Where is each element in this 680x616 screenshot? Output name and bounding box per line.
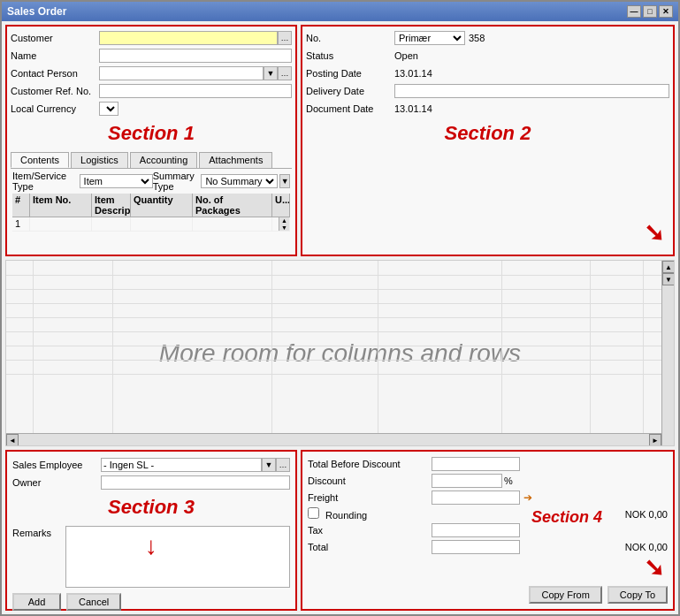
section2-label: Section 2 (306, 122, 669, 145)
posting-row: Posting Date 13.01.14 (306, 65, 669, 81)
tab-logistics[interactable]: Logistics (71, 152, 128, 168)
cell-row1-itemno[interactable] (30, 217, 92, 231)
ref-row: Customer Ref. No. (11, 83, 292, 99)
currency-dropdown[interactable] (99, 102, 118, 116)
cell-row1-qty[interactable] (131, 217, 193, 231)
discount-input[interactable] (432, 474, 502, 488)
grid-header: # Item No. Item Description Quantity No.… (12, 194, 290, 217)
vline-5 (501, 261, 502, 433)
title-bar: Sales Order — □ ✕ (2, 2, 678, 21)
name-label: Name (11, 50, 99, 61)
currency-row: Local Currency (11, 101, 292, 117)
rounding-checkbox[interactable] (308, 507, 319, 519)
contact-dropdown-button[interactable]: ▼ (264, 66, 278, 80)
scroll-bottom-left[interactable]: ◄ (6, 434, 19, 446)
cell-row1-unit[interactable]: ▲ ▼ (272, 217, 290, 231)
scroll-up-btn[interactable]: ▲ (279, 217, 289, 224)
cancel-button[interactable]: Cancel (66, 593, 121, 611)
vline-4 (378, 261, 378, 433)
owner-label: Owner (12, 477, 101, 488)
status-label: Status (306, 50, 394, 61)
hline-6 (6, 346, 661, 346)
delivery-label: Delivery Date (306, 86, 394, 96)
status-value: Open (394, 50, 418, 61)
contact-row: Contact Person ▼ … (11, 65, 292, 81)
no-type-dropdown[interactable]: Primær (394, 31, 465, 45)
total-value: NOK 0,00 (625, 542, 668, 552)
hline-5 (6, 331, 661, 332)
grid-row-1: 1 ▲ ▼ (12, 217, 290, 232)
item-service-label: Item/Service Type (12, 171, 80, 192)
percent-sign: % (504, 475, 513, 486)
cell-row1-desc[interactable] (92, 217, 131, 231)
scrollbar-right[interactable]: ▲ ▼ (661, 261, 674, 445)
section3-label: Section 3 (12, 496, 290, 519)
tax-input[interactable] (432, 523, 520, 537)
tab-contents[interactable]: Contents (11, 152, 69, 168)
rounding-row: Rounding NOK 0,00 (308, 507, 668, 521)
posting-label: Posting Date (306, 68, 394, 79)
close-button[interactable]: ✕ (659, 5, 673, 18)
vline-3 (271, 261, 272, 433)
scroll-right-down[interactable]: ▼ (662, 273, 675, 285)
total-label: Total (308, 542, 432, 552)
section1-panel: Customer … Name Contact Person ▼ … (5, 25, 297, 256)
hline-7 (6, 360, 661, 361)
scroll-bottom-right[interactable]: ► (649, 434, 661, 446)
section1-label: Section 1 (11, 122, 292, 145)
customer-input[interactable] (99, 31, 278, 45)
grid-lines-container (6, 261, 661, 433)
freight-row: Freight ➔ (308, 491, 668, 505)
copy-to-button[interactable]: Copy To (607, 586, 668, 604)
customer-label: Customer (11, 33, 99, 43)
sales-order-window: Sales Order — □ ✕ Customer … Name (0, 0, 680, 616)
tabs-header: Contents Logistics Accounting Attachment… (11, 152, 292, 169)
add-button[interactable]: Add (12, 593, 61, 611)
col-quantity: Quantity (131, 194, 193, 217)
delivery-input[interactable] (394, 84, 669, 98)
total-input[interactable] (432, 540, 520, 554)
total-before-input[interactable] (432, 457, 520, 471)
col-item-no: Item No. (30, 194, 92, 217)
remarks-label: Remarks (12, 528, 65, 538)
item-service-dropdown[interactable]: Item (80, 174, 153, 188)
section3-buttons: Add Cancel (12, 593, 290, 611)
employee-browse-btn[interactable]: … (276, 458, 290, 472)
minimize-button[interactable]: — (627, 5, 641, 18)
total-before-row: Total Before Discount (308, 457, 668, 471)
hline-8 (6, 374, 661, 375)
summary-dropdown-btn[interactable]: ▼ (279, 174, 290, 188)
maximize-button[interactable]: □ (643, 5, 657, 18)
posting-value: 13.01.14 (394, 68, 432, 79)
freight-input[interactable] (432, 491, 520, 505)
name-input[interactable] (99, 49, 292, 63)
cell-row1-packages[interactable] (193, 217, 272, 231)
employee-input[interactable] (101, 458, 262, 472)
section3-panel: Sales Employee ▼ … Owner Section 3 ↓ Rem… (5, 450, 297, 611)
copy-from-button[interactable]: Copy From (529, 586, 601, 604)
scroll-down-btn[interactable]: ▼ (279, 224, 289, 231)
ref-label: Customer Ref. No. (11, 86, 99, 96)
tab-attachments[interactable]: Attachments (199, 152, 272, 168)
contact-browse-button[interactable]: … (278, 66, 292, 80)
rounding-label: Rounding (308, 507, 432, 521)
contact-input[interactable] (99, 66, 264, 80)
freight-label: Freight (308, 492, 432, 503)
scrollbar-bottom[interactable]: ◄ ► (6, 433, 661, 445)
document-row: Document Date 13.01.14 (306, 101, 669, 117)
ref-input[interactable] (99, 84, 292, 98)
summary-label: Summary Type (153, 171, 198, 192)
remarks-textarea[interactable] (65, 526, 290, 588)
document-value: 13.01.14 (394, 103, 432, 114)
summary-dropdown[interactable]: No Summary (201, 174, 278, 188)
window-title: Sales Order (7, 5, 66, 18)
customer-browse-button[interactable]: … (278, 31, 292, 45)
col-packages: No. of Packages (193, 194, 272, 217)
total-before-label: Total Before Discount (308, 459, 432, 469)
owner-input[interactable] (101, 475, 290, 490)
section4-buttons: Copy From Copy To (308, 586, 668, 604)
tab-accounting[interactable]: Accounting (130, 152, 197, 168)
section2-panel: No. Primær 358 Status Open Posting Date … (301, 25, 675, 256)
scroll-right-up[interactable]: ▲ (662, 261, 675, 273)
employee-dropdown-btn[interactable]: ▼ (262, 458, 276, 472)
